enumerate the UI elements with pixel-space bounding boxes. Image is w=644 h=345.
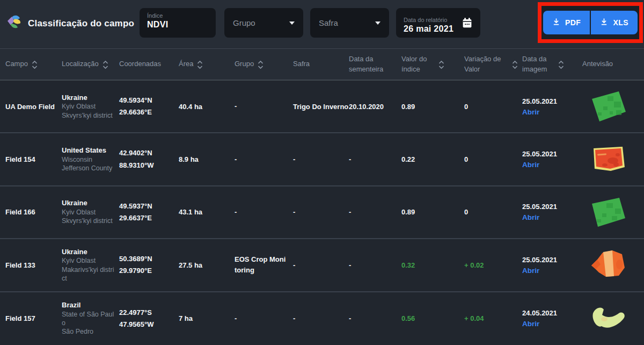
column-header-campo: Campo <box>5 59 62 69</box>
index-filter-value: NDVI <box>147 20 216 30</box>
group-filter-placeholder: Grupo <box>233 18 255 27</box>
table-header-row: Campo Localização Coordenadas Área Grupo <box>0 48 644 81</box>
table-body: UA Demo Field Ukraine Kyiv Oblast Skvyrs… <box>0 81 644 345</box>
export-button-group: PDF XLS <box>543 11 638 34</box>
column-header-data-imagem: Data da imagem <box>522 54 582 75</box>
open-link[interactable]: Abrir <box>522 320 582 328</box>
cell-sowing-date: - <box>349 208 401 216</box>
cell-coordinates: 22.4977°S 47.9565°W <box>119 307 179 330</box>
sort-control[interactable] <box>258 60 264 69</box>
cell-sowing-date: 20.10.2020 <box>349 103 401 111</box>
column-header-variacao: Variação de Valor <box>464 54 522 75</box>
column-header-antevisao: Antevisão <box>582 59 644 69</box>
cell-season: - <box>293 208 349 216</box>
cell-index-value: 0.56 <box>401 314 464 322</box>
pdf-button-label: PDF <box>565 18 581 27</box>
field-preview-thumbnail <box>582 302 644 335</box>
cell-area: 40.4 ha <box>179 103 235 111</box>
cell-group: - <box>235 101 293 112</box>
table-row: UA Demo Field Ukraine Kyiv Oblast Skvyrs… <box>0 81 644 133</box>
cell-area: 8.9 ha <box>179 155 235 163</box>
yellow-field-shape <box>588 302 629 335</box>
cell-season: Trigo Do Inverno <box>293 103 349 111</box>
cell-coordinates: 49.5934°N 29.6636°E <box>119 95 179 118</box>
cell-value-change: + 0.02 <box>464 261 522 269</box>
sort-control[interactable] <box>32 60 38 69</box>
cell-location: Brazil State of São Paulo São Pedro <box>62 301 119 336</box>
field-classification-report: Classificação do campo Índice NDVI Grupo… <box>0 0 644 345</box>
cell-sowing-date: - <box>349 314 401 322</box>
top-bar: Classificação do campo Índice NDVI Grupo… <box>0 0 644 48</box>
field-preview-thumbnail <box>582 196 644 229</box>
field-preview-thumbnail <box>582 90 644 123</box>
cell-sowing-date: - <box>349 155 401 163</box>
cell-coordinates: 42.9402°N 88.9310°W <box>119 147 179 171</box>
column-header-localizacao: Localização <box>62 59 119 69</box>
report-date-value: 26 mai 2021 <box>404 24 453 34</box>
cell-image-date: 25.05.2021 Abrir <box>522 256 582 275</box>
cell-location: Ukraine Kyiv Oblast Makarivs'kyi distric… <box>62 248 119 283</box>
column-header-safra: Safra <box>293 59 349 69</box>
cell-group: EOS Crop Monitoring <box>235 254 293 276</box>
field-preview-thumbnail <box>582 143 644 176</box>
open-link[interactable]: Abrir <box>522 108 582 116</box>
report-date-picker[interactable]: Data do relatório 26 mai 2021 <box>396 8 480 38</box>
sort-control[interactable] <box>512 60 518 69</box>
cell-area: 7 ha <box>179 314 235 322</box>
cell-group: - <box>235 207 293 218</box>
column-header-grupo: Grupo <box>235 59 293 69</box>
cell-index-value: 0.32 <box>401 261 464 269</box>
open-link[interactable]: Abrir <box>522 267 582 275</box>
sort-control[interactable] <box>197 60 203 69</box>
download-pdf-button[interactable]: PDF <box>543 11 590 34</box>
chevron-down-icon <box>289 21 295 25</box>
index-filter-label: Índice <box>147 12 216 19</box>
column-header-sementeira: Data da sementeira <box>349 54 401 75</box>
table-row: Field 133 Ukraine Kyiv Oblast Makarivs'k… <box>0 239 644 292</box>
cell-location: United States Wisconsin Jefferson County <box>62 146 119 172</box>
download-icon <box>600 18 608 28</box>
table-row: Field 166 Ukraine Kyiv Oblast Skvyrs'kyi… <box>0 186 644 239</box>
index-filter[interactable]: Índice NDVI <box>140 8 216 38</box>
cell-season: - <box>293 261 349 269</box>
download-xls-button[interactable]: XLS <box>591 11 638 34</box>
cell-location: Ukraine Kyiv Oblast Skvyrs'kyi district <box>62 199 119 225</box>
cell-location: Ukraine Kyiv Oblast Skvyrs'kyi district <box>62 94 119 120</box>
cell-coordinates: 50.3689°N 29.9790°E <box>119 253 179 277</box>
cell-field-name: Field 166 <box>5 208 62 216</box>
group-filter-dropdown[interactable]: Grupo <box>224 8 303 38</box>
season-filter-placeholder: Safra <box>319 18 338 27</box>
cell-season: - <box>293 314 349 322</box>
app-logo-icon <box>7 15 22 34</box>
table-row: Field 154 United States Wisconsin Jeffer… <box>0 133 644 186</box>
page-title: Classificação do campo <box>28 18 134 29</box>
cell-field-name: Field 154 <box>5 155 62 163</box>
open-link[interactable]: Abrir <box>522 213 582 221</box>
sort-control[interactable] <box>438 60 444 69</box>
export-buttons-highlight: PDF XLS <box>538 2 643 43</box>
cell-area: 43.1 ha <box>179 208 235 216</box>
open-link[interactable]: Abrir <box>522 161 582 169</box>
red-field-shape <box>588 143 629 176</box>
cell-image-date: 24.05.2021 Abrir <box>522 309 582 328</box>
chevron-down-icon <box>375 21 380 25</box>
cell-index-value: 0.22 <box>401 155 464 163</box>
season-filter-dropdown[interactable]: Safra <box>310 8 389 38</box>
cell-season: - <box>293 155 349 163</box>
orange-field-shape <box>588 248 629 282</box>
table-row: Field 157 Brazil State of São Paulo São … <box>0 292 644 345</box>
cell-value-change: 0 <box>464 103 522 111</box>
sort-control[interactable] <box>558 60 564 69</box>
cell-group: - <box>235 313 293 324</box>
cell-area: 27.5 ha <box>179 261 235 269</box>
calendar-icon <box>462 17 473 31</box>
column-header-area: Área <box>179 59 235 69</box>
field-preview-thumbnail <box>582 248 644 282</box>
sort-control[interactable] <box>103 60 108 69</box>
cell-value-change: 0 <box>464 155 522 163</box>
cell-field-name: UA Demo Field <box>5 103 62 111</box>
green-field-shape <box>588 196 629 229</box>
column-header-coordenadas: Coordenadas <box>119 59 179 69</box>
cell-value-change: 0 <box>464 208 522 216</box>
green-field-shape <box>588 90 629 123</box>
